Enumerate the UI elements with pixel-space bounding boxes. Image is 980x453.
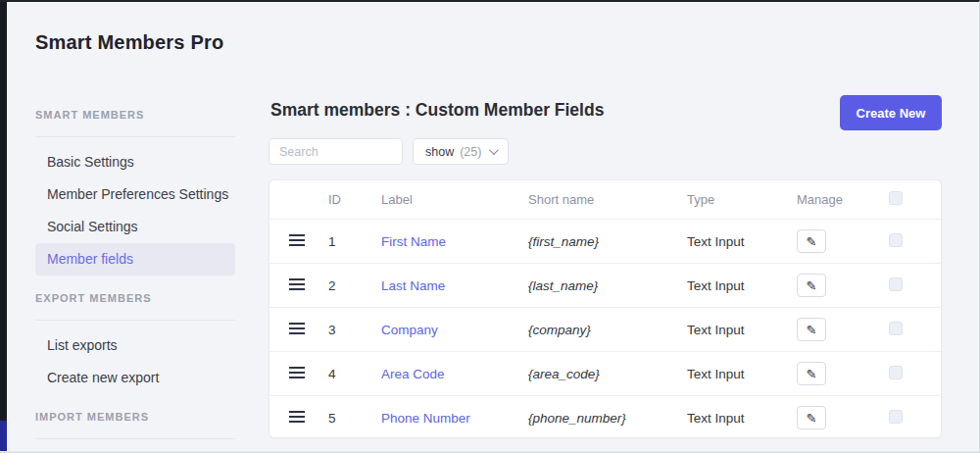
drag-handle-icon[interactable] [289, 234, 305, 246]
header-label: Label [368, 192, 514, 207]
select-row-checkbox[interactable] [889, 233, 903, 247]
drag-cell [270, 367, 318, 381]
row-id: 2 [318, 278, 368, 293]
field-label-link[interactable]: First Name [381, 234, 446, 249]
header-type: Type [673, 192, 783, 207]
pencil-icon: ✎ [807, 279, 817, 292]
table-row: 5Phone Number{phone_number}Text Input✎ [270, 395, 941, 438]
label-cell: First Name [368, 234, 514, 249]
pencil-icon: ✎ [807, 368, 817, 380]
main-content: Smart members : Custom Member Fields Cre… [269, 88, 942, 453]
select-all-checkbox[interactable] [889, 191, 903, 205]
window-left-edge-accent [0, 421, 7, 452]
sidebar-item-member-fields[interactable]: Member fields [35, 243, 235, 276]
row-type: Text Input [673, 234, 783, 249]
search-input[interactable] [269, 138, 403, 165]
sidebar: SMART MEMBERSBasic SettingsMember Prefer… [35, 100, 235, 453]
label-cell: Last Name [368, 278, 514, 293]
sidebar-divider [35, 438, 235, 439]
show-count-dropdown[interactable]: show (25) [413, 138, 509, 165]
row-short-name: {first_name} [514, 234, 673, 249]
row-id: 4 [318, 367, 368, 381]
row-type: Text Input [673, 367, 783, 381]
row-short-name: {area_code} [514, 367, 673, 381]
drag-cell [270, 278, 318, 293]
manage-cell: ✎ [783, 229, 875, 253]
drag-handle-icon[interactable] [289, 411, 305, 423]
edit-button[interactable]: ✎ [797, 406, 826, 429]
drag-cell [270, 234, 318, 249]
label-cell: Area Code [368, 367, 514, 381]
table-header-row: ID Label Short name Type Manage [270, 180, 941, 219]
pencil-icon: ✎ [807, 412, 817, 425]
row-type: Text Input [673, 323, 783, 337]
row-type: Text Input [673, 411, 783, 426]
page-title: Smart members : Custom Member Fields [270, 100, 604, 121]
label-cell: Phone Number [368, 411, 514, 426]
show-dropdown-label: show [425, 145, 454, 159]
sidebar-section-heading-export-members: EXPORT MEMBERS [35, 291, 235, 305]
chevron-down-icon [489, 145, 499, 155]
table-row: 4Area Code{area_code}Text Input✎ [270, 351, 941, 395]
app-window: Smart Members Pro SMART MEMBERSBasic Set… [0, 0, 980, 453]
sidebar-item-list-exports[interactable]: List exports [35, 329, 235, 362]
select-cell [875, 277, 941, 294]
select-cell [875, 366, 941, 382]
create-new-button[interactable]: Create New [840, 95, 942, 130]
row-short-name: {last_name} [514, 278, 673, 293]
select-row-checkbox[interactable] [889, 410, 903, 424]
drag-handle-icon[interactable] [289, 367, 305, 378]
sidebar-section-heading-import-members: IMPORT MEMBERS [35, 410, 235, 424]
header-short-name: Short name [514, 192, 673, 207]
sidebar-divider [35, 320, 235, 321]
select-row-checkbox[interactable] [889, 366, 903, 379]
table-body: 1First Name{first_name}Text Input✎2Last … [270, 219, 941, 438]
member-fields-table: ID Label Short name Type Manage 1First N… [269, 179, 942, 438]
label-cell: Company [368, 323, 514, 337]
manage-cell: ✎ [783, 406, 875, 429]
sidebar-item-basic-settings[interactable]: Basic Settings [35, 146, 235, 178]
pencil-icon: ✎ [807, 324, 817, 336]
table-row: 2Last Name{last_name}Text Input✎ [270, 263, 941, 307]
header-manage: Manage [783, 192, 875, 207]
field-label-link[interactable]: Area Code [381, 367, 445, 381]
drag-handle-icon[interactable] [289, 278, 305, 290]
manage-cell: ✎ [783, 274, 875, 297]
row-id: 1 [318, 234, 368, 249]
manage-cell: ✎ [783, 362, 875, 385]
table-row: 1First Name{first_name}Text Input✎ [270, 219, 941, 263]
sidebar-item-member-preferences-settings[interactable]: Member Preferences Settings [35, 178, 235, 211]
row-id: 3 [318, 323, 368, 337]
drag-cell [270, 323, 318, 337]
select-cell [875, 233, 941, 250]
sidebar-section-heading-smart-members: SMART MEMBERS [35, 108, 235, 122]
header-select-cell [875, 191, 941, 208]
pencil-icon: ✎ [807, 235, 817, 248]
manage-cell: ✎ [783, 318, 875, 341]
field-label-link[interactable]: Phone Number [381, 411, 470, 426]
app-title: Smart Members Pro [35, 31, 223, 54]
field-label-link[interactable]: Last Name [381, 278, 445, 293]
edit-button[interactable]: ✎ [797, 362, 826, 385]
table-controls: show (25) [269, 138, 509, 165]
edit-button[interactable]: ✎ [797, 274, 826, 297]
header-id: ID [318, 192, 368, 207]
edit-button[interactable]: ✎ [797, 229, 826, 253]
sidebar-divider [35, 136, 235, 137]
row-id: 5 [318, 411, 368, 426]
edit-button[interactable]: ✎ [797, 318, 826, 341]
select-row-checkbox[interactable] [889, 277, 903, 291]
table-row: 3Company{company}Text Input✎ [270, 307, 941, 351]
select-row-checkbox[interactable] [889, 322, 903, 335]
select-cell [875, 322, 941, 338]
sidebar-item-social-settings[interactable]: Social Settings [35, 211, 235, 243]
drag-handle-icon[interactable] [289, 323, 305, 334]
row-short-name: {phone_number} [514, 411, 673, 426]
field-label-link[interactable]: Company [381, 323, 438, 337]
row-short-name: {company} [514, 323, 673, 337]
drag-cell [270, 411, 318, 426]
window-left-edge [0, 2, 7, 452]
row-type: Text Input [673, 278, 783, 293]
sidebar-item-create-new-export[interactable]: Create new export [35, 362, 235, 394]
select-cell [875, 410, 941, 427]
